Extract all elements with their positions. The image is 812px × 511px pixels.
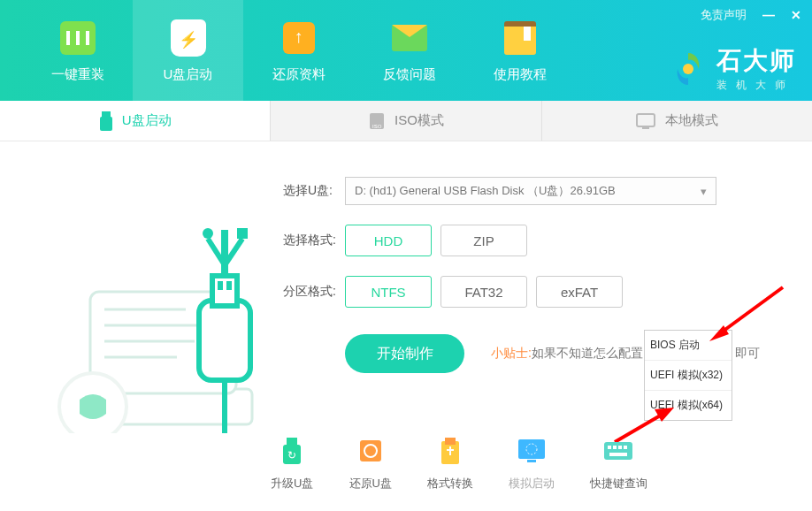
svg-rect-21 [237,228,248,239]
svg-rect-29 [287,438,297,445]
logo-icon [669,50,708,88]
tip-label: 小贴士: [491,346,532,360]
nav-label: 还原资料 [272,66,326,83]
logo-title: 石大师 [716,44,796,78]
sub-nav: U盘启动 ISO ISO模式 本地模式 [0,101,812,141]
reinstall-icon [58,19,97,57]
svg-point-20 [203,228,213,239]
subnav-label: 本地模式 [665,112,718,129]
svg-rect-2 [100,117,112,131]
format-options: HDD ZIP [345,225,527,256]
nav-restore[interactable]: 还原资料 [243,0,354,101]
logo-subtitle: 装机大师 [716,78,796,93]
svg-rect-32 [360,440,381,461]
format-zip[interactable]: ZIP [440,225,527,256]
usb-icon [99,111,113,131]
simulate-boot-icon [516,435,548,467]
restore-usb-icon [355,435,387,467]
nav-label: 使用教程 [494,66,547,83]
partition-row: 分区格式: NTFS FAT32 exFAT [283,276,785,308]
subnav-local[interactable]: 本地模式 [541,101,812,141]
local-icon [635,112,656,130]
svg-rect-36 [527,460,536,462]
svg-rect-43 [609,453,627,456]
partition-fat32[interactable]: FAT32 [440,276,527,308]
nav-tutorial[interactable]: 使用教程 [464,0,575,101]
subnav-usb[interactable]: U盘启动 [0,101,270,141]
feedback-icon [390,19,429,57]
svg-rect-38 [604,442,632,460]
svg-rect-19 [226,281,232,290]
boot-mode-menu: BIOS 启动 UEFI 模拟(x32) UEFI 模拟(x64) [644,330,732,421]
nav-reinstall[interactable]: 一键重装 [22,0,133,101]
menu-bios[interactable]: BIOS 启动 [645,331,732,361]
menu-uefi-x32[interactable]: UEFI 模拟(x32) [645,361,732,391]
format-row: 选择格式: HDD ZIP [283,225,785,256]
tool-hotkey-lookup[interactable]: 快捷键查询 [590,435,647,492]
tip-text-end: 即可 [735,346,760,360]
tip-text: 如果不知道怎么配置 [532,346,643,360]
usb-select-row: 选择U盘: D: (hd1) General USB Flash Disk （U… [283,177,785,205]
svg-rect-17 [212,276,237,306]
svg-text:ISO: ISO [372,124,382,129]
tool-label: 升级U盘 [271,476,313,492]
tool-restore-usb[interactable]: 还原U盘 [349,435,392,492]
format-convert-icon [434,435,466,467]
close-button[interactable]: ✕ [791,8,801,22]
tool-format-convert[interactable]: 格式转换 [427,435,473,492]
subnav-label: U盘启动 [122,112,172,129]
main-nav: 一键重装 U盘启动 还原资料 反馈问题 使用教程 [0,0,575,101]
iso-icon: ISO [368,111,386,131]
svg-rect-35 [518,439,545,459]
svg-rect-41 [618,446,622,449]
header: 一键重装 U盘启动 还原资料 反馈问题 使用教程 免责声明 — ✕ [0,0,812,101]
restore-icon [280,19,318,57]
partition-exfat[interactable]: exFAT [536,276,623,308]
tool-simulate-boot[interactable]: 模拟启动 [509,435,555,492]
minimize-button[interactable]: — [762,8,775,22]
svg-text:↻: ↻ [287,449,296,461]
svg-rect-1 [102,111,111,117]
tool-upgrade-usb[interactable]: ↻ 升级U盘 [271,435,313,492]
nav-feedback[interactable]: 反馈问题 [354,0,464,101]
window-controls: 免责声明 — ✕ [701,7,801,23]
format-hdd[interactable]: HDD [345,225,432,256]
menu-uefi-x64[interactable]: UEFI 模拟(x64) [645,391,732,420]
svg-rect-39 [608,446,611,449]
bottom-toolbar: ↻ 升级U盘 还原U盘 格式转换 模拟启动 快捷键查询 [0,435,812,492]
nav-label: 反馈问题 [383,66,436,83]
usb-select-value: D: (hd1) General USB Flash Disk （U盘）26.9… [355,183,616,199]
tool-label: 模拟启动 [509,476,555,492]
disclaimer-link[interactable]: 免责声明 [701,7,747,23]
usb-boot-icon [169,19,208,57]
partition-ntfs[interactable]: NTFS [345,276,432,308]
format-label: 选择格式: [283,233,345,248]
partition-label: 分区格式: [283,284,345,300]
svg-rect-42 [624,446,627,449]
subnav-iso[interactable]: ISO ISO模式 [270,101,540,141]
svg-rect-16 [199,301,250,380]
tool-label: 快捷键查询 [590,476,647,492]
nav-label: U盘启动 [164,66,213,83]
upgrade-usb-icon: ↻ [276,435,308,467]
svg-rect-6 [642,127,649,129]
svg-point-0 [683,64,693,74]
subnav-label: ISO模式 [395,112,444,129]
usb-label: 选择U盘: [283,183,345,199]
partition-options: NTFS FAT32 exFAT [345,276,623,308]
nav-label: 一键重装 [51,66,104,83]
logo-text: 石大师 装机大师 [716,44,796,93]
svg-rect-18 [218,281,223,290]
usb-select[interactable]: D: (hd1) General USB Flash Disk （U盘）26.9… [345,177,716,205]
logo: 石大师 装机大师 [669,44,796,93]
tutorial-icon [501,19,540,57]
start-button[interactable]: 开始制作 [345,334,464,373]
hotkey-icon [602,435,634,467]
titlebar-right: 免责声明 — ✕ [690,0,812,30]
svg-rect-40 [613,446,617,449]
tool-label: 还原U盘 [349,476,392,492]
svg-rect-5 [637,114,655,126]
nav-usb-boot[interactable]: U盘启动 [133,0,243,101]
tool-label: 格式转换 [427,476,473,492]
illustration [27,177,265,433]
